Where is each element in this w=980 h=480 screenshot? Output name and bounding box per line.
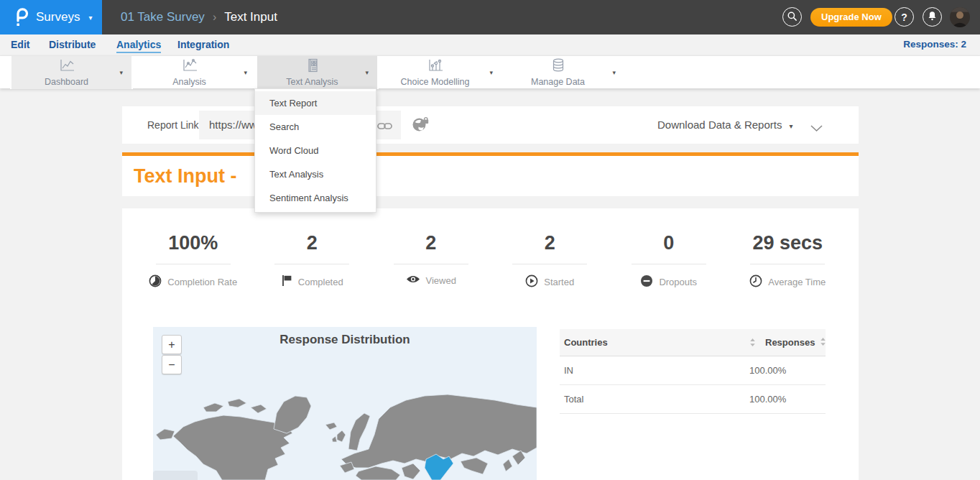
- text-report-icon: [304, 58, 321, 75]
- tab-dashboard[interactable]: Dashboard ▾: [10, 56, 133, 89]
- copy-link-icon[interactable]: [377, 121, 392, 134]
- menu-item-text-report[interactable]: Text Report: [255, 91, 376, 115]
- map-country-india: [425, 454, 453, 480]
- country-cell: IN: [560, 365, 749, 376]
- download-data-reports-menu[interactable]: Download Data & Reports▾: [657, 106, 792, 145]
- stat-completion-rate: 100% Completion Rate: [134, 232, 253, 290]
- tab-choice-modelling[interactable]: Choice Modelling ▾: [379, 56, 501, 89]
- tab-label: Manage Data: [531, 77, 585, 87]
- divider: [274, 264, 349, 264]
- nav-item-analytics[interactable]: Analytics: [116, 36, 161, 53]
- countries-table: Countries Responses IN 100.00% Total 100…: [560, 329, 826, 414]
- table-header-row: Countries Responses: [560, 329, 826, 356]
- chevron-down-icon[interactable]: ▾: [244, 69, 247, 76]
- text-analysis-dropdown: Text Report Search Word Cloud Text Analy…: [254, 88, 376, 213]
- stat-label: Viewed: [426, 275, 456, 286]
- analysis-chart-icon: [181, 58, 198, 75]
- survey-nav: Edit Distribute Analytics Integration Re…: [0, 34, 980, 55]
- zoom-out-button[interactable]: −: [162, 355, 182, 374]
- choice-modelling-icon: [427, 58, 444, 75]
- sort-icon[interactable]: [749, 338, 765, 347]
- tab-label: Text Analysis: [286, 77, 338, 87]
- tab-manage-data[interactable]: Manage Data ▾: [501, 56, 624, 89]
- tab-text-analysis[interactable]: Text Analysis ▾: [256, 56, 379, 89]
- play-circle-icon: [525, 274, 538, 290]
- sort-icon: [820, 337, 826, 349]
- completion-rate-icon: [149, 274, 162, 290]
- chevron-down-icon[interactable]: ▾: [119, 69, 123, 76]
- search-icon: [787, 11, 798, 24]
- stat-label: Started: [544, 277, 574, 287]
- help-button[interactable]: ?: [895, 7, 914, 27]
- breadcrumb-survey-link[interactable]: 01 Take Survey: [121, 10, 205, 24]
- question-title-card: Text Input -: [122, 156, 859, 196]
- tab-analysis[interactable]: Analysis ▾: [133, 56, 256, 89]
- nav-item-edit[interactable]: Edit: [11, 36, 29, 53]
- table-row: Total 100.00%: [560, 385, 826, 414]
- tab-label: Dashboard: [45, 77, 88, 87]
- chevron-down-icon: ▾: [88, 14, 92, 22]
- stat-value: 100%: [134, 232, 253, 254]
- map-watermark: [153, 471, 198, 480]
- stat-label: Completion Rate: [167, 277, 237, 287]
- database-icon: [550, 58, 567, 75]
- brand-menu[interactable]: Surveys ▾: [0, 0, 102, 34]
- bell-icon: [928, 11, 937, 23]
- stat-average-time: 29 secs Average Time: [729, 232, 848, 290]
- app-window: Surveys ▾ 01 Take Survey › Text Input Up…: [0, 0, 980, 480]
- zoom-in-button[interactable]: +: [162, 335, 182, 354]
- responses-header-label: Responses: [765, 337, 815, 348]
- chevron-down-icon: ▾: [789, 122, 792, 130]
- questionpro-logo-icon: [13, 7, 29, 27]
- stat-completed: 2 Completed: [253, 232, 372, 290]
- chevron-down-icon[interactable]: ▾: [612, 69, 616, 76]
- page-title: Text Input -: [134, 156, 236, 196]
- tab-label: Analysis: [172, 77, 206, 87]
- download-label: Download Data & Reports: [657, 119, 782, 131]
- search-button[interactable]: [782, 7, 802, 27]
- column-header-countries[interactable]: Countries: [560, 337, 749, 348]
- table-row: IN 100.00%: [560, 356, 826, 385]
- divider: [750, 264, 825, 264]
- report-link-label: Report Link: [147, 106, 199, 144]
- nav-item-integration[interactable]: Integration: [177, 36, 229, 53]
- stat-dropouts: 0 Dropouts: [609, 232, 729, 290]
- report-link-bar: Report Link https://ww Download Data & R…: [122, 106, 859, 144]
- globe-lock-icon[interactable]: [412, 116, 429, 135]
- stats-row: 100% Completion Rate 2 Completed: [134, 232, 847, 290]
- map-title: Response Distribution: [153, 333, 537, 347]
- user-avatar[interactable]: [950, 7, 970, 27]
- collapse-chevron-icon[interactable]: [810, 122, 823, 135]
- stat-value: 29 secs: [729, 232, 848, 254]
- dashboard-chart-icon: [58, 58, 75, 75]
- menu-item-word-cloud[interactable]: Word Cloud: [255, 139, 376, 162]
- stat-value: 2: [491, 232, 610, 254]
- response-distribution-map[interactable]: Response Distribution + −: [153, 327, 537, 480]
- divider: [632, 264, 706, 264]
- analytics-summary-card: 100% Completion Rate 2 Completed: [122, 208, 859, 480]
- breadcrumb: 01 Take Survey › Text Input: [121, 0, 277, 34]
- top-bar: Surveys ▾ 01 Take Survey › Text Input Up…: [0, 0, 980, 34]
- brand-label: Surveys: [36, 10, 80, 24]
- flag-icon: [281, 274, 292, 289]
- chevron-down-icon[interactable]: ▾: [365, 69, 369, 76]
- menu-item-search[interactable]: Search: [255, 115, 376, 139]
- notifications-button[interactable]: [923, 7, 942, 27]
- analytics-tab-bar: Dashboard ▾ Analysis ▾ Text Analysis ▾: [0, 55, 980, 88]
- stat-value: 2: [253, 232, 372, 254]
- chevron-down-icon[interactable]: ▾: [489, 69, 493, 76]
- responses-count: Responses: 2: [903, 36, 966, 53]
- country-cell: Total: [560, 394, 749, 405]
- stat-label: Completed: [298, 277, 343, 287]
- column-header-responses[interactable]: Responses: [765, 337, 826, 349]
- breadcrumb-current-page: Text Input: [224, 10, 277, 24]
- responses-cell: 100.00%: [749, 394, 826, 405]
- stat-value: 2: [371, 232, 491, 254]
- clock-icon: [749, 274, 762, 290]
- menu-item-text-analysis[interactable]: Text Analysis: [255, 162, 376, 186]
- menu-item-sentiment-analysis[interactable]: Sentiment Analysis: [255, 186, 376, 210]
- divider: [156, 264, 231, 264]
- nav-item-distribute[interactable]: Distribute: [49, 36, 96, 53]
- upgrade-now-button[interactable]: Upgrade Now: [810, 8, 892, 27]
- tab-label: Choice Modelling: [401, 77, 470, 87]
